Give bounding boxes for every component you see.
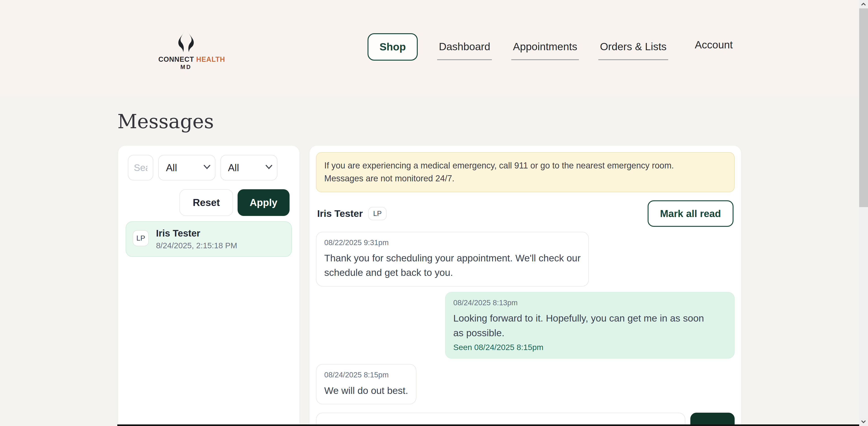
message-bubble-incoming: 08/24/2025 8:15pm We will do out best. xyxy=(316,364,416,404)
nav-orders-link[interactable]: Orders & Lists xyxy=(598,40,668,60)
nav-shop-button[interactable]: Shop xyxy=(368,33,418,61)
conversation-name: Iris Tester xyxy=(156,228,237,239)
search-input[interactable] xyxy=(128,155,153,180)
bottom-edge-bar xyxy=(117,424,859,426)
message-timestamp: 08/24/2025 8:15pm xyxy=(324,371,408,379)
participant-badge: LP xyxy=(368,207,386,220)
message-input[interactable] xyxy=(316,413,685,426)
content-row: All All Reset Apply xyxy=(118,146,741,426)
filter-actions: Reset Apply xyxy=(126,189,292,216)
conversation-list-item[interactable]: LP Iris Tester 8/24/2025, 2:15:18 PM xyxy=(126,221,292,257)
avatar: LP xyxy=(133,230,149,246)
filter-select-2-wrap: All xyxy=(220,155,277,180)
filter-select-1[interactable]: All xyxy=(158,155,215,180)
brand-suffix: MD xyxy=(158,64,214,70)
message-text: Looking forward to it. Hopefully, you ca… xyxy=(453,311,726,340)
scrollbar[interactable] xyxy=(859,0,868,426)
chat-header: Iris Tester LP Mark all read xyxy=(317,200,734,227)
emergency-notice: If you are experiencing a medical emerge… xyxy=(316,152,735,192)
send-button[interactable]: Send xyxy=(690,413,735,426)
reset-button[interactable]: Reset xyxy=(180,189,233,216)
brand-logo[interactable]: CONNECT HEALTH MD xyxy=(158,30,214,70)
message-timestamp: 08/24/2025 8:13pm xyxy=(453,299,726,307)
nav-dashboard-link[interactable]: Dashboard xyxy=(437,40,492,60)
scroll-up-icon[interactable] xyxy=(859,0,868,8)
brand-name: CONNECT HEALTH xyxy=(158,55,214,63)
scrollbar-thumb[interactable] xyxy=(859,8,868,207)
message-list: 08/22/2025 9:31pm Thank you for scheduli… xyxy=(316,232,735,404)
compose-row: Send xyxy=(316,413,735,426)
scroll-down-icon[interactable] xyxy=(859,418,868,426)
message-text: Thank you for scheduling your appointmen… xyxy=(324,251,581,280)
conversation-timestamp: 8/24/2025, 2:15:18 PM xyxy=(156,241,237,250)
nav-appointments-link[interactable]: Appointments xyxy=(511,40,579,60)
message-text: We will do out best. xyxy=(324,383,408,398)
mark-all-read-button[interactable]: Mark all read xyxy=(648,200,734,227)
message-timestamp: 08/22/2025 9:31pm xyxy=(324,238,581,247)
page-title: Messages xyxy=(117,110,868,133)
conversation-info: Iris Tester 8/24/2025, 2:15:18 PM xyxy=(156,228,237,250)
message-bubble-incoming: 08/22/2025 9:31pm Thank you for scheduli… xyxy=(316,232,589,286)
main-nav: Shop Dashboard Appointments Orders & Lis… xyxy=(368,33,733,61)
filter-row: All All xyxy=(126,155,292,180)
message-seen-receipt: Seen 08/24/2025 8:15pm xyxy=(453,343,726,352)
apply-button[interactable]: Apply xyxy=(238,189,289,216)
filter-select-1-wrap: All xyxy=(158,155,215,180)
conversations-sidebar: All All Reset Apply xyxy=(118,146,300,426)
app-viewport: CONNECT HEALTH MD Shop Dashboard Appoint… xyxy=(0,0,868,426)
hands-icon xyxy=(174,30,199,54)
filter-select-2[interactable]: All xyxy=(220,155,277,180)
chat-panel: If you are experiencing a medical emerge… xyxy=(309,146,741,426)
chat-participant-name: Iris Tester xyxy=(317,208,363,219)
top-header: CONNECT HEALTH MD Shop Dashboard Appoint… xyxy=(0,0,868,96)
nav-account-link[interactable]: Account xyxy=(695,39,733,51)
message-bubble-outgoing: 08/24/2025 8:13pm Looking forward to it.… xyxy=(445,292,735,359)
